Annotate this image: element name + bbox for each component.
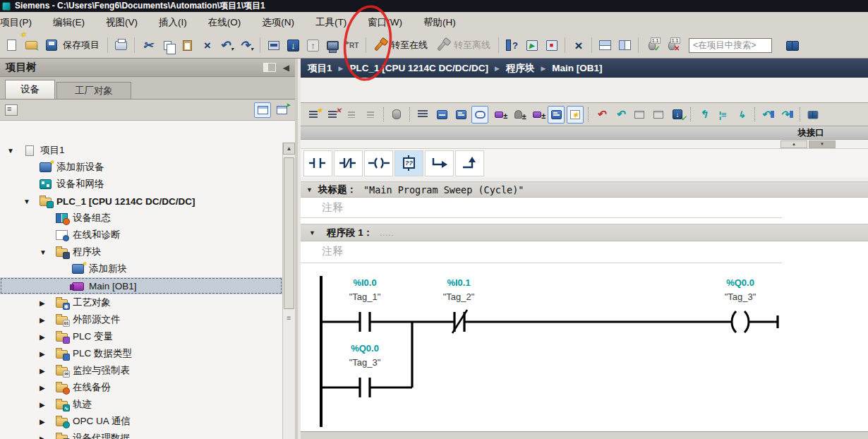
menu-edit[interactable]: 编辑(E) — [42, 16, 95, 29]
ladder-coil-tag3[interactable]: %Q0.0 "Tag_3" — [701, 276, 779, 304]
breadcrumb-main-ob1[interactable]: Main [OB1] — [552, 63, 602, 73]
tree-item-project[interactable]: ▼ 项目1 — [0, 142, 282, 159]
interface-expand-icon[interactable]: ▲ — [780, 140, 807, 148]
expander-icon[interactable]: ▼ — [40, 248, 56, 256]
operand-name[interactable]: "Tag_3" — [701, 290, 779, 304]
breadcrumb-project[interactable]: 项目1 — [308, 62, 332, 75]
open-project-icon[interactable]: ↓ — [22, 35, 41, 55]
delete-network-icon[interactable]: ✕ — [324, 106, 341, 124]
collapse-panel-icon[interactable]: ◀ — [283, 63, 289, 73]
network-comments-toggle-icon[interactable]: … — [471, 106, 488, 124]
glasses-icon[interactable] — [804, 106, 821, 124]
tree-item-technology-objects[interactable]: ▶ ✱ 工艺对象 — [0, 294, 282, 311]
reset-start-values-icon[interactable] — [388, 106, 405, 124]
empty-box-button[interactable]: ?? — [394, 150, 423, 176]
undo-icon[interactable]: ↶▾ — [217, 35, 236, 55]
show-all-networks-icon[interactable] — [414, 106, 431, 124]
absolute-operands-icon[interactable]: ± — [490, 106, 507, 124]
network-1-bar[interactable]: ▼ 程序段 1： ..... — [301, 224, 868, 241]
tree-item-device-config[interactable]: 设备组态 — [0, 210, 282, 227]
tree-item-add-new-device[interactable]: ✶ 添加新设备 — [0, 159, 282, 176]
tree-item-add-new-block[interactable]: ✶ 添加新块 — [0, 260, 282, 277]
favorites-visible-icon[interactable] — [548, 106, 565, 124]
tree-item-opc-ua[interactable]: ▶ OPC UA 通信 — [0, 413, 282, 430]
tree-item-program-blocks[interactable]: ▼ 程序块 — [0, 243, 282, 260]
operand-representation-icon[interactable]: ± — [529, 106, 545, 124]
print-icon[interactable] — [111, 35, 131, 55]
tree-item-plc-data-types[interactable]: ▶ PLC 数据类型 — [0, 345, 282, 362]
expander-icon[interactable]: ▼ — [7, 147, 23, 155]
copy-icon[interactable] — [158, 35, 177, 55]
open-branch-button[interactable] — [425, 150, 454, 176]
collapse-block-title-icon[interactable]: ▼ — [306, 186, 313, 193]
coil-button[interactable] — [364, 150, 393, 176]
go-to-previous-icon[interactable]: ↰ — [695, 106, 712, 124]
save-project-icon[interactable] — [42, 35, 61, 55]
update-block-calls-icon[interactable]: ↓✓ — [669, 106, 686, 124]
upload-from-device-icon[interactable]: ↑ — [303, 35, 323, 55]
expander-icon[interactable]: ▶ — [40, 367, 56, 375]
expander-icon[interactable]: ▶ — [40, 435, 56, 439]
columns-icon[interactable] — [263, 63, 276, 72]
expander-icon[interactable]: ▶ — [40, 299, 56, 307]
no-contact-button[interactable] — [303, 150, 332, 176]
block-title-value[interactable]: "Main Program Sweep (Cycle)" — [363, 184, 524, 196]
operand-address[interactable]: %Q0.0 — [701, 276, 779, 290]
keep-window-layout-icon[interactable]: 1.1✓ — [642, 35, 661, 55]
go-offline-icon[interactable] — [433, 35, 452, 55]
split-editor-vertical-icon[interactable] — [615, 35, 634, 55]
tree-item-external-sources[interactable]: ▶ 01 外部源文件 — [0, 311, 282, 328]
tree-scrollbar[interactable]: ▲ ≡ — [282, 143, 295, 439]
tree-item-watch-force-tables[interactable]: ▶ ∞ 监控与强制表 — [0, 362, 282, 379]
tree-view-icon[interactable] — [5, 104, 18, 116]
delete-icon[interactable]: × — [198, 35, 217, 55]
expander-icon[interactable]: ▶ — [40, 384, 56, 392]
discard-changes-icon[interactable]: ↶ — [593, 106, 610, 124]
new-project-icon[interactable]: ✶ — [2, 35, 21, 55]
tree-item-devices-networks[interactable]: 设备和网络 — [0, 176, 282, 193]
operand-name[interactable]: "Tag_3" — [326, 356, 404, 370]
free-form-comments-icon[interactable]: ± — [510, 106, 526, 124]
next-bookmark-icon[interactable]: ↷ — [778, 106, 795, 124]
tab-devices[interactable]: 设备 — [5, 80, 55, 99]
menu-options[interactable]: 选项(N) — [251, 16, 305, 29]
go-to-usage-icon[interactable]: ↳ — [733, 106, 750, 124]
menu-insert[interactable]: 插入(I) — [148, 16, 198, 29]
find-replace-icon[interactable] — [783, 35, 802, 55]
split-editor-horizontal-icon[interactable] — [596, 35, 615, 55]
create-snapshot-icon[interactable] — [650, 106, 667, 124]
paste-icon[interactable] — [178, 35, 197, 55]
start-simulation-icon[interactable] — [323, 35, 342, 55]
menu-help[interactable]: 帮助(H) — [413, 16, 466, 29]
operand-name[interactable]: "Tag_1" — [326, 290, 404, 304]
go-online-icon[interactable] — [370, 35, 389, 55]
insert-row-icon[interactable] — [343, 106, 360, 124]
expander-icon[interactable]: ▶ — [40, 316, 56, 324]
expander-icon[interactable]: ▶ — [40, 350, 56, 358]
collapse-network-icon[interactable]: ▼ — [309, 229, 315, 236]
operand-address[interactable]: %I0.1 — [420, 276, 498, 290]
menu-view[interactable]: 视图(V) — [95, 16, 148, 29]
operand-address[interactable]: %I0.0 — [326, 276, 404, 290]
menu-online[interactable]: 在线(O) — [198, 16, 252, 29]
expander-icon[interactable]: ▼ — [23, 198, 40, 205]
previous-bookmark-icon[interactable]: ↶ — [759, 106, 776, 124]
go-to-definition-icon[interactable]: ¦≡ — [714, 106, 731, 124]
ladder-contact-tag3-branch[interactable]: %Q0.0 "Tag_3" — [326, 342, 404, 370]
favorites-edit-icon[interactable]: ✶ — [567, 106, 584, 124]
stop-cpu-icon[interactable]: ■ — [542, 35, 561, 55]
redo-icon[interactable]: ↷▾ — [237, 35, 256, 55]
expander-icon[interactable]: ▶ — [40, 333, 56, 341]
breadcrumb-plc[interactable]: PLC_1 [CPU 1214C DC/DC/DC] — [349, 63, 488, 73]
network-comment[interactable]: 注释 — [301, 241, 868, 263]
expand-view-icon[interactable] — [273, 102, 290, 118]
expander-icon[interactable]: ▶ — [40, 401, 56, 409]
ladder-network-1[interactable]: %I0.0 "Tag_1" %I0.1 "Tag_2" %Q0.0 "Tag_3… — [301, 263, 868, 432]
cut-icon[interactable]: ✂ — [138, 35, 157, 55]
tree-item-plc-tags[interactable]: ▶ PLC 变量 — [0, 328, 282, 345]
tree-item-device-proxy[interactable]: ▶ 设备代理数据 — [0, 430, 282, 439]
interface-collapse-icon[interactable]: ▼ — [809, 140, 836, 148]
operand-name[interactable]: "Tag_2" — [420, 290, 498, 304]
start-cpu-icon[interactable]: ▶ — [522, 35, 541, 55]
ladder-contact-tag2[interactable]: %I0.1 "Tag_2" — [420, 276, 498, 304]
